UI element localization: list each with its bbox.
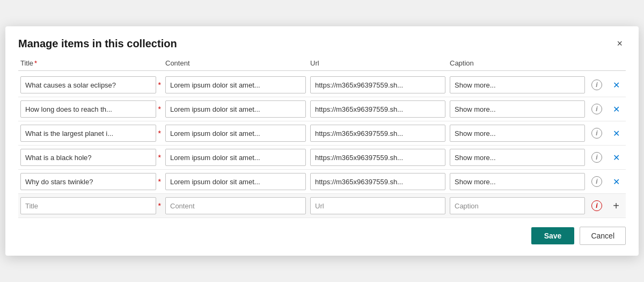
delete-icon[interactable]: ✕ [613,80,620,90]
title-input[interactable] [20,125,156,142]
url-input[interactable] [310,76,445,93]
info-icon-cell: i [587,79,606,90]
title-cell: * [18,100,163,118]
info-icon-cell: i [587,104,606,114]
new-row: * i + [18,194,626,218]
delete-icon[interactable]: ✕ [613,177,620,187]
title-input[interactable] [20,173,156,190]
content-cell [163,125,308,142]
delete-icon-cell: ✕ [606,177,626,187]
required-indicator: * [158,129,161,138]
new-title-cell: * [18,197,163,214]
info-icon-cell: i [587,176,606,187]
delete-icon-cell: ✕ [606,153,626,163]
col-header-title: Title* [18,59,163,67]
dialog-footer: Save Cancel [18,227,626,245]
table-row: * i ✕ [18,73,626,97]
content-cell [163,173,308,190]
content-cell [163,149,308,166]
col-header-content: Content [163,59,308,67]
col-header-url: Url [308,59,448,67]
url-input[interactable] [310,100,445,118]
new-url-input[interactable] [310,197,445,214]
info-icon[interactable]: i [591,79,602,90]
content-input[interactable] [165,149,306,166]
required-indicator: * [158,177,161,186]
caption-cell [448,149,587,166]
info-icon[interactable]: i [591,176,602,187]
delete-icon[interactable]: ✕ [613,128,620,139]
caption-input[interactable] [450,173,585,190]
add-icon[interactable]: + [613,200,619,212]
new-title-input[interactable] [20,197,156,214]
required-indicator: * [158,201,161,210]
content-cell [163,100,308,118]
required-indicator: * [158,153,161,162]
title-input[interactable] [20,76,156,93]
caption-input[interactable] [450,149,585,166]
new-caption-cell [448,197,587,214]
url-cell [308,149,448,166]
table-row: * i ✕ [18,170,626,194]
rows-container: * i ✕ * i [18,73,626,218]
info-icon[interactable]: i [591,128,602,139]
manage-items-dialog: Manage items in this collection × Title*… [5,26,639,256]
content-input[interactable] [165,76,306,93]
caption-input[interactable] [450,100,585,118]
new-url-cell [308,197,448,214]
col-header-caption: Caption [448,59,587,67]
caption-cell [448,76,587,93]
save-button[interactable]: Save [531,227,575,244]
info-icon[interactable]: i [591,104,602,114]
url-cell [308,76,448,93]
info-icon-cell: i [587,128,606,139]
info-icon-cell: i [587,152,606,163]
table-row: * i ✕ [18,121,626,146]
delete-icon-cell: ✕ [606,80,626,90]
delete-icon[interactable]: ✕ [613,153,620,163]
required-indicator: * [158,105,161,113]
new-content-input[interactable] [165,197,306,214]
delete-icon-cell: ✕ [606,128,626,139]
close-button[interactable]: × [613,37,626,50]
column-headers: Title* Content Url Caption [18,59,626,71]
title-cell: * [18,149,163,166]
delete-icon-cell: ✕ [606,104,626,114]
content-input[interactable] [165,173,306,190]
url-input[interactable] [310,125,445,142]
required-indicator: * [158,81,161,89]
content-cell [163,76,308,93]
content-input[interactable] [165,100,306,118]
url-input[interactable] [310,149,445,166]
title-cell: * [18,76,163,93]
new-info-icon[interactable]: i [591,200,602,211]
title-cell: * [18,125,163,142]
new-info-icon-cell: i [587,200,606,211]
caption-cell [448,173,587,190]
cancel-button[interactable]: Cancel [580,227,626,245]
caption-input[interactable] [450,125,585,142]
caption-cell [448,100,587,118]
table-row: * i ✕ [18,97,626,121]
url-cell [308,125,448,142]
info-icon[interactable]: i [591,152,602,163]
title-input[interactable] [20,149,156,166]
add-icon-cell: + [606,200,626,212]
title-cell: * [18,173,163,190]
dialog-title: Manage items in this collection [18,38,177,50]
dialog-header: Manage items in this collection × [18,37,626,50]
table-row: * i ✕ [18,146,626,170]
url-input[interactable] [310,173,445,190]
delete-icon[interactable]: ✕ [613,104,620,114]
caption-cell [448,125,587,142]
caption-input[interactable] [450,76,585,93]
title-input[interactable] [20,100,156,118]
url-cell [308,173,448,190]
url-cell [308,100,448,118]
new-caption-input[interactable] [450,197,585,214]
content-input[interactable] [165,125,306,142]
new-content-cell [163,197,308,214]
